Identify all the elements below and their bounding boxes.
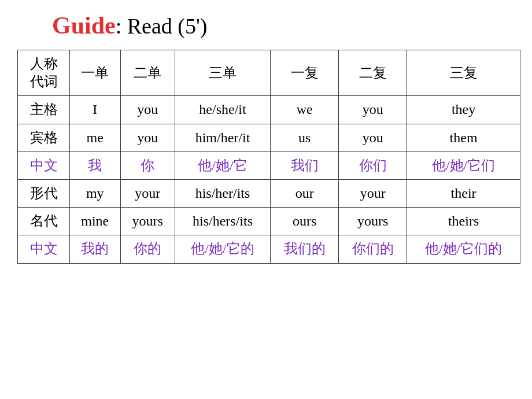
cell-4-6: theirs (407, 208, 520, 235)
cell-0-5: you (339, 96, 407, 124)
header-cell-0: 人称 代词 (18, 50, 70, 96)
cell-2-2: 你 (120, 152, 175, 179)
cell-5-5: 你们的 (339, 235, 407, 263)
cell-2-3: 他/她/它 (175, 152, 270, 179)
pronoun-table: 人称 代词一单二单三单一复二复三复主格Iyouhe/she/itweyouthe… (17, 50, 520, 264)
header-cell-1: 一单 (70, 50, 121, 96)
page: Guide: Read (5') 人称 代词一单二单三单一复二复三复主格Iyou… (0, 0, 532, 399)
table-row-1: 宾格meyouhim/her/itusyouthem (18, 124, 520, 152)
cell-5-6: 他/她/它们的 (407, 235, 520, 263)
cell-5-2: 你的 (120, 235, 175, 263)
cell-3-3: his/her/its (175, 179, 270, 207)
cell-4-1: mine (70, 208, 121, 235)
cell-1-4: us (271, 124, 339, 152)
table-row-2: 中文我你他/她/它我们你们他/她/它们 (18, 152, 520, 179)
cell-2-5: 你们 (339, 152, 407, 179)
cell-5-3: 他/她/它的 (175, 235, 270, 263)
cell-0-6: they (407, 96, 520, 124)
cell-2-1: 我 (70, 152, 121, 179)
cell-0-3: he/she/it (175, 96, 270, 124)
table-row-0: 主格Iyouhe/she/itweyouthey (18, 96, 520, 124)
cell-1-3: him/her/it (175, 124, 270, 152)
header-cell-2: 二单 (120, 50, 175, 96)
table-row-5: 中文我的你的他/她/它的我们的你们的他/她/它们的 (18, 235, 520, 263)
cell-3-1: my (70, 179, 121, 207)
table-header-row: 人称 代词一单二单三单一复二复三复 (18, 50, 520, 96)
cell-3-5: your (339, 179, 407, 207)
cell-4-4: ours (271, 208, 339, 235)
cell-2-0: 中文 (18, 152, 70, 179)
cell-5-1: 我的 (70, 235, 121, 263)
cell-2-6: 他/她/它们 (407, 152, 520, 179)
cell-1-5: you (339, 124, 407, 152)
cell-0-1: I (70, 96, 121, 124)
cell-4-3: his/hers/its (175, 208, 270, 235)
cell-1-0: 宾格 (18, 124, 70, 152)
cell-4-2: yours (120, 208, 175, 235)
cell-0-4: we (271, 96, 339, 124)
cell-0-2: you (120, 96, 175, 124)
cell-1-1: me (70, 124, 121, 152)
table-row-3: 形代myyourhis/her/itsouryourtheir (18, 179, 520, 207)
title-rest: : Read (5') (116, 14, 208, 38)
cell-5-0: 中文 (18, 235, 70, 263)
cell-5-4: 我们的 (271, 235, 339, 263)
title-guide: Guide (52, 12, 116, 39)
page-title: Guide: Read (5') (17, 12, 208, 39)
cell-3-2: your (120, 179, 175, 207)
table-row-4: 名代mineyourshis/hers/itsoursyourstheirs (18, 208, 520, 235)
header-cell-5: 二复 (339, 50, 407, 96)
header-cell-3: 三单 (175, 50, 270, 96)
cell-1-2: you (120, 124, 175, 152)
cell-3-6: their (407, 179, 520, 207)
header-cell-6: 三复 (407, 50, 520, 96)
header-cell-4: 一复 (271, 50, 339, 96)
cell-1-6: them (407, 124, 520, 152)
cell-3-0: 形代 (18, 179, 70, 207)
cell-0-0: 主格 (18, 96, 70, 124)
cell-3-4: our (271, 179, 339, 207)
cell-4-0: 名代 (18, 208, 70, 235)
cell-2-4: 我们 (271, 152, 339, 179)
cell-4-5: yours (339, 208, 407, 235)
